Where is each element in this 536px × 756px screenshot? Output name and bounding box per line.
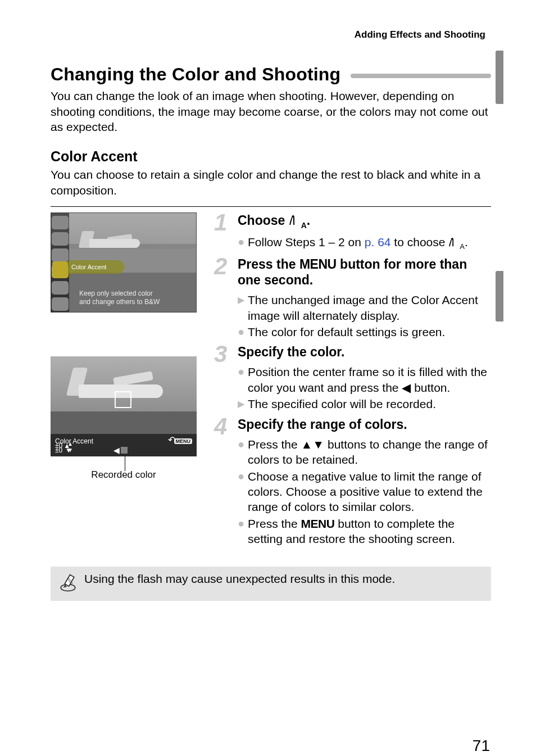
figure2-swatch: ◀ (113, 445, 134, 455)
section-heading: Color Accent (51, 148, 491, 165)
figure-mode-label: Color Accent (68, 260, 124, 274)
step-3-body-1: Position the center frame so it is fille… (248, 364, 491, 395)
svg-point-0 (292, 215, 293, 217)
breadcrumb: Adding Effects and Shooting (51, 29, 491, 40)
page-ref-link[interactable]: p. 64 (365, 236, 391, 248)
page-title-row: Changing the Color and Shooting (51, 64, 491, 85)
step-number-4: 4 (214, 413, 227, 440)
note-pencil-icon (58, 573, 78, 595)
mode-glyph-icon: A (289, 213, 307, 228)
svg-rect-3 (65, 575, 74, 586)
mode-glyph-icon: A (448, 236, 465, 248)
bullet-icon: ● (238, 234, 248, 252)
bullet-icon: ● (238, 469, 248, 515)
up-button-icon: ▲ (301, 438, 313, 451)
step-2-body-2: The color for default settings is green. (248, 324, 491, 339)
note-text: Using the flash may cause unexpected res… (84, 572, 395, 586)
figure-mode-tip-2: and change others to B&W (79, 298, 192, 306)
callout-line (125, 456, 125, 471)
return-icon: ↶ (168, 434, 175, 445)
step-4-body-1: Press the ▲▼ buttons to change the range… (248, 437, 491, 468)
figure-mode-menu: Color Accent Keep only selected color an… (51, 212, 197, 313)
left-arrow-icon: ◀ (113, 446, 120, 455)
step-4-body-2: Choose a negative value to limit the ran… (248, 469, 491, 515)
intro-text: You can change the look of an image when… (51, 88, 491, 135)
step-3-body-2: The specified color will be recorded. (248, 396, 491, 412)
step-3: 3 Specify the color. ● Position the cent… (217, 344, 491, 412)
menu-glyph: MENU (299, 257, 337, 271)
section-divider (51, 206, 491, 207)
triangle-bullet-icon: ▶ (238, 292, 248, 323)
step-number-2: 2 (214, 253, 227, 280)
triangle-bullet-icon: ▶ (238, 396, 248, 412)
menu-glyph: MENU (301, 517, 335, 530)
left-button-icon: ◀ (402, 381, 411, 394)
step-1-body: Follow Steps 1 – 2 on p. 64 to choose A. (248, 234, 491, 252)
svg-point-1 (451, 238, 453, 240)
step-3-heading: Specify the color. (238, 344, 491, 360)
bullet-icon: ● (238, 324, 248, 339)
step-1-heading: Choose A. (238, 212, 491, 230)
note-box: Using the flash may cause unexpected res… (51, 567, 491, 601)
figure2-menu-badge: MENU (174, 438, 193, 444)
side-tab-decor-mid (496, 271, 503, 322)
page-number: 71 (473, 737, 490, 755)
down-button-icon: ▼ (312, 438, 324, 451)
bullet-icon: ● (238, 516, 248, 547)
step-2-body-1: The unchanged image and the Color Accent… (248, 292, 491, 323)
page-title: Changing the Color and Shooting (51, 64, 340, 85)
bullet-icon: ● (238, 364, 248, 395)
title-rule (351, 74, 491, 78)
center-frame-icon (115, 391, 131, 408)
step-1: 1 Choose A. ● Follow Steps 1 – 2 on p. 6… (217, 212, 491, 252)
bullet-icon: ● (238, 437, 248, 468)
step-4-heading: Specify the range of colors. (238, 417, 491, 432)
recorded-color-caption: Recorded color (51, 469, 197, 481)
figure-color-accent: Color Accent ±0▲▼ ±0 ▲▼ ◀ MENU ↶ (51, 356, 197, 456)
step-4: 4 Specify the range of colors. ● Press t… (217, 417, 491, 546)
figure-mode-tip: Keep only selected color and change othe… (79, 289, 192, 306)
step-number-1: 1 (214, 209, 227, 236)
step-2-heading: Press the MENU button for more than one … (238, 256, 491, 288)
figure2-range-readout: ±0 (55, 446, 62, 454)
step-number-3: 3 (214, 341, 227, 368)
step-2: 2 Press the MENU button for more than on… (217, 256, 491, 339)
step-4-body-3: Press the MENU button to complete the se… (248, 516, 491, 547)
section-intro: You can choose to retain a single color … (51, 167, 491, 198)
figure-mode-tip-1: Keep only selected color (79, 289, 192, 298)
side-tab-decor-top (496, 51, 503, 104)
